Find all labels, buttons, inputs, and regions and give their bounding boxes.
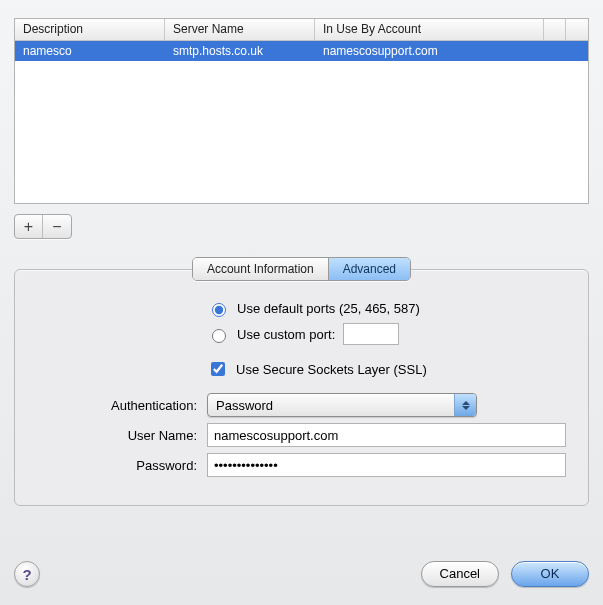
smtp-settings-sheet: Description Server Name In Use By Accoun… xyxy=(0,0,603,605)
column-header-description[interactable]: Description xyxy=(15,19,165,40)
cell-description: namesco xyxy=(15,42,165,60)
column-header-in-use-by[interactable]: In Use By Account xyxy=(315,19,544,40)
tab-account-information[interactable]: Account Information xyxy=(193,258,328,280)
use-default-ports-label: Use default ports (25, 465, 587) xyxy=(237,301,420,316)
tab-advanced[interactable]: Advanced xyxy=(328,258,410,280)
ok-button[interactable]: OK xyxy=(511,561,589,587)
custom-port-input[interactable] xyxy=(343,323,399,345)
table-header-row: Description Server Name In Use By Accoun… xyxy=(15,19,588,41)
password-label: Password: xyxy=(37,458,207,473)
password-input[interactable] xyxy=(207,453,566,477)
cancel-button[interactable]: Cancel xyxy=(421,561,499,587)
add-remove-group: + − xyxy=(14,214,72,239)
username-input[interactable] xyxy=(207,423,566,447)
authentication-label: Authentication: xyxy=(37,398,207,413)
use-custom-port-label: Use custom port: xyxy=(237,327,335,342)
footer: ? Cancel OK xyxy=(14,561,589,587)
help-button[interactable]: ? xyxy=(14,561,40,587)
tab-bar: Account Information Advanced xyxy=(14,257,589,281)
cell-server-name: smtp.hosts.co.uk xyxy=(165,42,315,60)
use-default-ports-radio[interactable] xyxy=(212,303,226,317)
column-header-server-name[interactable]: Server Name xyxy=(165,19,315,40)
add-server-button[interactable]: + xyxy=(15,215,43,238)
username-label: User Name: xyxy=(37,428,207,443)
table-row[interactable]: namesco smtp.hosts.co.uk namescosupport.… xyxy=(15,41,588,61)
use-custom-port-radio[interactable] xyxy=(212,329,226,343)
use-ssl-checkbox[interactable] xyxy=(211,362,225,376)
use-ssl-label: Use Secure Sockets Layer (SSL) xyxy=(236,362,427,377)
authentication-value: Password xyxy=(216,398,273,413)
smtp-server-table[interactable]: Description Server Name In Use By Accoun… xyxy=(14,18,589,204)
authentication-select[interactable]: Password xyxy=(207,393,477,417)
remove-server-button[interactable]: − xyxy=(43,215,71,238)
column-header-spacer xyxy=(566,19,588,40)
cell-in-use-by: namescosupport.com xyxy=(315,42,544,60)
popup-arrows-icon xyxy=(454,394,476,416)
advanced-pane: Use default ports (25, 465, 587) Use cus… xyxy=(14,269,589,506)
column-header-spacer xyxy=(544,19,566,40)
